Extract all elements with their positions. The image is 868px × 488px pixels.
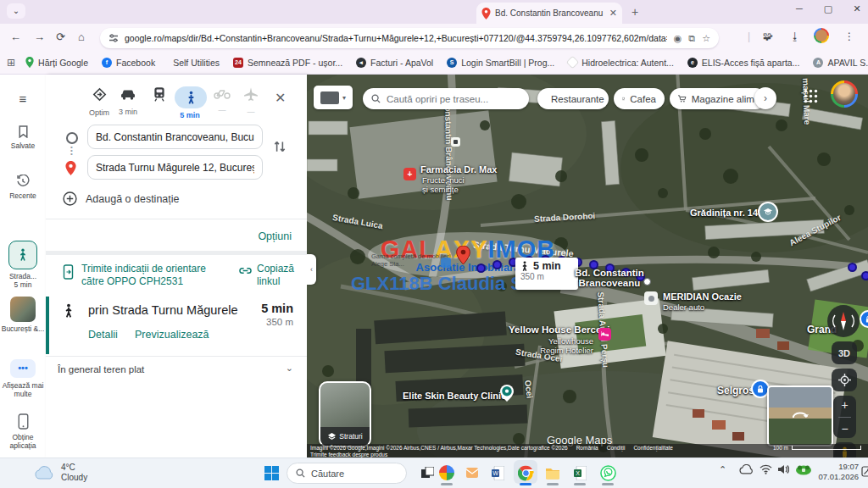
mode-walk-selected[interactable]: 5 min [175, 86, 205, 119]
poi-farmacia[interactable]: Farmacia Dr. Max [420, 164, 498, 175]
mode-car[interactable]: 3 min [113, 86, 143, 116]
map-canvas[interactable]: Strada Luica Constantin Brâncoveanu Stra… [307, 75, 868, 458]
chevron-down-icon[interactable]: ⌄ [286, 363, 293, 374]
bookmark-self-utilities[interactable]: Self Utilities [169, 58, 220, 68]
menu-hamburger-icon[interactable]: ≡ [0, 92, 46, 106]
poi-selgros[interactable]: Selgros [717, 385, 754, 396]
street-view-preview[interactable] [767, 385, 833, 446]
route-search-box[interactable]: Caută opriri pe traseu... [363, 88, 529, 109]
outlook-app-icon[interactable] [462, 463, 482, 483]
sidebar-item-active-route[interactable]: Strada... 5 min [0, 241, 46, 289]
file-explorer-icon[interactable] [542, 463, 563, 483]
account-avatar[interactable] [831, 80, 858, 108]
minimize-button[interactable]: ─ [787, 3, 812, 14]
bus-stop-icon[interactable] [451, 137, 460, 147]
taskbar-search[interactable]: Căutare [287, 463, 407, 484]
site-settings-icon[interactable] [108, 33, 119, 43]
bookmark-apavol[interactable]: ◂Facturi - ApaVol [356, 58, 433, 68]
beauty-clinic-pin-icon[interactable] [500, 385, 514, 405]
new-tab-button[interactable]: + [632, 5, 638, 19]
filters-scroll-chevron[interactable]: › [754, 87, 776, 109]
wifi-icon[interactable] [760, 464, 772, 476]
weather-widget[interactable]: 4°CCloudy [34, 463, 87, 483]
excel-app-icon[interactable]: X [570, 463, 590, 483]
google-apps-grid-icon[interactable] [804, 89, 818, 107]
onedrive-cloud-icon[interactable] [739, 464, 754, 476]
bookmark-hidroelectrica[interactable]: Hidroelectrica: Autent... [568, 58, 674, 68]
filter-groceries[interactable]: Magazine alimenta [670, 88, 766, 109]
tray-expand-chevron[interactable]: ⌃ [719, 464, 726, 475]
word-app-icon[interactable]: W [487, 463, 508, 483]
send-to-phone[interactable]: Trimite indicații de orientare către OPP… [63, 263, 209, 288]
bookmark-smartbill[interactable]: SLogin SmartBill | Prog... [447, 58, 554, 68]
origin-marker[interactable] [643, 278, 651, 286]
profile-avatar[interactable] [814, 28, 829, 43]
notifications-icon[interactable] [861, 466, 868, 479]
bookmark-facebook[interactable]: fFacebook [102, 58, 155, 68]
browser-tab[interactable]: Bd. Constantin Brancoveanu către ✕ [476, 3, 622, 24]
sidebar-item-get-app[interactable]: Obține aplicația [0, 413, 46, 450]
bookmark-star-icon[interactable]: ☆ [702, 33, 710, 44]
school-icon[interactable] [758, 202, 778, 222]
mode-transit[interactable] [144, 86, 175, 108]
whatsapp-app-icon[interactable] [598, 463, 618, 483]
route-details-link[interactable]: Detalii [88, 329, 118, 341]
terms-link[interactable]: Condiții [607, 445, 626, 452]
start-button[interactable] [261, 463, 281, 483]
home-icon[interactable]: ⌂ [78, 30, 85, 43]
poi-yellow-house[interactable]: Yellow House Berceni [509, 324, 610, 335]
filter-restaurants[interactable]: Restaurante [537, 88, 609, 109]
privacy-link[interactable]: Confidențialitate [633, 445, 673, 452]
pharmacy-icon[interactable]: + [403, 168, 416, 180]
sidebar-item-saved[interactable]: Salvate [0, 125, 46, 150]
close-window-button[interactable]: ✕ [844, 3, 868, 14]
compass-control[interactable] [827, 305, 860, 337]
options-link[interactable]: Opțiuni [258, 230, 292, 242]
my-location-button[interactable] [832, 369, 857, 391]
swap-locations-icon[interactable] [273, 139, 287, 158]
destination-input[interactable] [87, 155, 263, 180]
photos-app-icon[interactable] [437, 463, 457, 483]
bookmark-harti-google[interactable]: Hărți Google [25, 57, 88, 68]
add-destination[interactable]: Adaugă o destinație [63, 191, 180, 206]
minimap-toggle[interactable]: ▾ [314, 86, 353, 109]
location-pin-icon[interactable]: ◉ [674, 33, 682, 44]
zoom-in-button[interactable]: + [841, 399, 848, 411]
volume-icon[interactable] [777, 464, 789, 476]
poi-meridian[interactable]: MERIDIAN Ocazie [663, 291, 742, 302]
chrome-app-icon[interactable] [515, 463, 536, 483]
mode-best[interactable]: Optim [84, 86, 114, 117]
task-view-button[interactable] [417, 463, 437, 483]
menu-dots-icon[interactable]: ⋮ [844, 30, 854, 42]
feedback-link[interactable]: Trimite feedback despre produs [310, 452, 865, 458]
close-tab-icon[interactable]: ✕ [609, 8, 617, 19]
romania-link[interactable]: România [576, 445, 598, 452]
poi-gradinita[interactable]: Grădinița nr. 149 [690, 208, 763, 218]
antivirus-tray-icon[interactable] [795, 464, 812, 477]
poi-elite-skin[interactable]: Elite Skin Beauty Clinic [403, 391, 506, 401]
close-directions-icon[interactable]: ✕ [275, 90, 286, 106]
route-preview-link[interactable]: Previzualizează [135, 329, 209, 341]
chevron-down-icon[interactable]: ⌄ [7, 3, 25, 19]
reload-icon[interactable]: ⟳ [56, 30, 65, 43]
zoom-out-button[interactable]: − [841, 423, 848, 435]
address-bar[interactable]: google.ro/maps/dir/Bd.+Constantin+Branco… [100, 28, 719, 48]
forward-icon[interactable]: → [34, 30, 45, 43]
clock-widget[interactable]: 19:07 07.01.2026 [818, 462, 859, 482]
apps-grid-shortcut[interactable]: ⊞ [7, 57, 15, 69]
copy-link[interactable]: Copiază linkul [239, 263, 301, 288]
bookmark-apavil[interactable]: AAPAVIL S.A. [813, 58, 868, 68]
hotel-icon[interactable] [598, 328, 611, 341]
mode-flight[interactable]: — [236, 86, 266, 116]
sidebar-item-more[interactable]: ••• Afișează mai multe [0, 359, 46, 398]
bookmark-pdf24[interactable]: 24Semnează PDF - ușor... [233, 58, 342, 68]
car-dealer-icon[interactable] [644, 291, 658, 305]
collapse-panel-tab[interactable]: ‹ [307, 254, 316, 285]
mode-bike[interactable]: — [207, 86, 237, 114]
filter-coffee[interactable]: Cafea [614, 88, 665, 109]
walking-route-chip[interactable] [8, 241, 37, 269]
route-via[interactable]: prin Strada Turnu Măgurele [88, 303, 238, 317]
extensions-puzzle-icon[interactable]: 🧩︎ [763, 30, 773, 42]
bookmark-elis[interactable]: eELIS-Acces fișă aparta... [687, 58, 800, 68]
destination-marker[interactable] [456, 246, 470, 268]
